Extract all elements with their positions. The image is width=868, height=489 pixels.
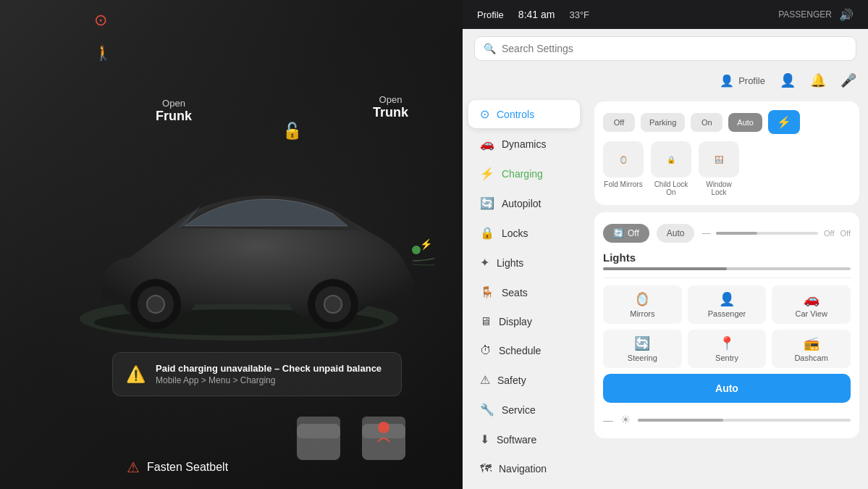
profile-item[interactable]: 👤 Profile — [720, 74, 765, 88]
nav-item-lights[interactable]: ✦ Lights — [468, 248, 580, 277]
open-frunk-label[interactable]: Open Frunk — [156, 98, 192, 124]
nav-item-locks[interactable]: 🔒 Locks — [468, 219, 580, 247]
mic-icon[interactable]: 🎤 — [840, 72, 856, 88]
bell-icon[interactable]: 🔔 — [810, 72, 826, 88]
autopilot-icon-btn: 🔄 — [613, 228, 624, 238]
schedule-icon: ⏱ — [480, 344, 492, 357]
main-content: ⊙ Controls 🚗 Dynamics ⚡ Charging 🔄 Autop… — [463, 93, 868, 489]
nav-item-software[interactable]: ⬇ Software — [468, 425, 580, 454]
autopilot-slider-row: — Off Off — [701, 228, 851, 238]
notification-warning-icon: ⚠️ — [126, 365, 146, 384]
lights-slider-fill — [603, 267, 727, 270]
temperature-display: 33°F — [569, 9, 589, 20]
autopilot-icon: 🔄 — [480, 196, 494, 210]
lights-off-button[interactable]: Off — [603, 113, 635, 132]
seats-label: Seats — [502, 287, 528, 298]
autopilot-off-label: Off — [628, 228, 639, 238]
dashcam-item[interactable]: 📻 Dashcam — [772, 330, 851, 368]
lights-slider-row — [603, 267, 851, 270]
notification-subtitle: Mobile App > Menu > Charging — [156, 375, 382, 385]
autopilot-section: 🔄 Off Auto — Off Off Lights — [594, 212, 859, 438]
window-lock-label: Window Lock — [699, 180, 739, 196]
child-lock-button[interactable]: 🔒 — [651, 141, 691, 177]
profile-bar: 👤 Profile 👤 🔔 🎤 — [463, 68, 868, 93]
svg-rect-11 — [297, 417, 340, 438]
brightness-slider[interactable] — [638, 419, 851, 422]
nav-item-seats[interactable]: 🪑 Seats — [468, 278, 580, 306]
sentry-item[interactable]: 📍 Sentry — [688, 330, 767, 368]
slider-on-label: Off — [840, 229, 851, 238]
lights-icon: ✦ — [480, 256, 489, 269]
charging-label: Charging — [502, 168, 543, 180]
display-icon: 🖥 — [480, 315, 492, 328]
high-beam-button[interactable]: ⚡ — [768, 110, 800, 134]
child-lock-icon: 🔒 — [667, 156, 675, 164]
open-trunk-label[interactable]: Open Trunk — [373, 94, 408, 120]
software-icon: ⬇ — [480, 432, 489, 446]
volume-icon[interactable]: 🔊 — [839, 8, 854, 22]
search-input-wrap[interactable]: 🔍 — [474, 36, 856, 61]
autopilot-auto-button[interactable]: Auto — [657, 224, 695, 243]
locks-label: Locks — [502, 227, 528, 239]
lights-auto-button[interactable]: Auto — [728, 113, 762, 132]
nav-item-safety[interactable]: ⚠ Safety — [468, 366, 580, 394]
steering-item[interactable]: 🔄 Steering — [603, 330, 682, 368]
search-input[interactable] — [502, 43, 847, 54]
navigation-label: Navigation — [499, 463, 547, 475]
top-bar-icons: PASSENGER 🔊 — [778, 8, 854, 22]
trunk-open-text: Open — [373, 94, 408, 105]
lights-heading-row: Lights — [603, 246, 851, 267]
software-label: Software — [497, 434, 536, 446]
brightness-fill — [638, 419, 723, 422]
nav-item-service[interactable]: 🔧 Service — [468, 396, 580, 424]
nav-item-dynamics[interactable]: 🚗 Dynamics — [468, 130, 580, 158]
controls-area: Off Parking On Auto ⚡ 🪞 Fold Mirrors — [586, 93, 868, 489]
window-lock-button[interactable]: 🪟 — [699, 141, 739, 177]
controls-icon: ⊙ — [480, 107, 489, 121]
navigation-icon: 🗺 — [480, 462, 492, 475]
passenger-icon-item: 👤 — [719, 291, 735, 307]
fold-mirrors-button[interactable]: 🪞 — [603, 141, 644, 177]
window-lock-icon: 🪟 — [715, 156, 723, 164]
car-view-item[interactable]: 🚗 Car View — [772, 285, 851, 324]
right-panel: Profile 8:41 am 33°F PASSENGER 🔊 🔍 👤 Pro… — [463, 0, 868, 489]
profile-account-icon[interactable]: 👤 — [780, 72, 796, 88]
nav-item-display[interactable]: 🖥 Display — [468, 308, 580, 335]
slider-fill — [716, 232, 757, 235]
autopilot-off-button[interactable]: 🔄 Off — [603, 224, 649, 243]
nav-item-schedule[interactable]: ⏱ Schedule — [468, 337, 580, 364]
mirrors-grid: 🪞 Mirrors 👤 Passenger 🚗 Car View — [603, 285, 851, 324]
notification-text: Paid charging unavailable – Check unpaid… — [156, 363, 382, 385]
lights-slider[interactable] — [603, 267, 851, 270]
mirror-lock-row: 🪞 Fold Mirrors 🔒 Child Lock On 🪟 — [603, 141, 851, 196]
nav-sidebar: ⊙ Controls 🚗 Dynamics ⚡ Charging 🔄 Autop… — [463, 93, 586, 489]
svg-text:⚡: ⚡ — [420, 238, 433, 251]
passenger-item[interactable]: 👤 Passenger — [688, 285, 767, 324]
mirrors-item[interactable]: 🪞 Mirrors — [603, 285, 682, 324]
auto-main-button[interactable]: Auto — [603, 374, 851, 403]
current-time: 8:41 am — [518, 9, 555, 20]
profile-tab[interactable]: Profile — [477, 9, 504, 20]
lights-btn-row: Off Parking On Auto ⚡ — [603, 110, 851, 134]
nav-item-navigation[interactable]: 🗺 Navigation — [468, 455, 580, 482]
autopilot-slider[interactable] — [716, 232, 818, 235]
sentry-icon: 📍 — [719, 335, 735, 351]
nav-item-charging[interactable]: ⚡ Charging — [468, 159, 580, 188]
fold-mirrors-wrap: 🪞 Fold Mirrors — [603, 141, 644, 196]
lights-on-button[interactable]: On — [691, 113, 722, 132]
dashcam-label: Dashcam — [794, 354, 827, 362]
svg-point-14 — [378, 422, 389, 433]
nav-item-controls[interactable]: ⊙ Controls — [468, 100, 580, 128]
mirrors-label: Mirrors — [630, 309, 654, 318]
safety-icon: ⚠ — [480, 373, 490, 387]
steering-grid: 🔄 Steering 📍 Sentry 📻 Dashcam — [603, 330, 851, 368]
safety-label: Safety — [497, 375, 526, 386]
dashcam-icon: 📻 — [804, 335, 819, 351]
car-view-label: Car View — [795, 309, 827, 318]
search-icon: 🔍 — [484, 43, 496, 54]
seatbelt-warning: ⚠ Fasten Seatbelt — [127, 459, 228, 476]
autopilot-label: Autopilot — [502, 198, 541, 209]
nav-item-autopilot[interactable]: 🔄 Autopilot — [468, 189, 580, 217]
dynamics-icon: 🚗 — [480, 137, 494, 151]
parking-button[interactable]: Parking — [641, 113, 685, 132]
